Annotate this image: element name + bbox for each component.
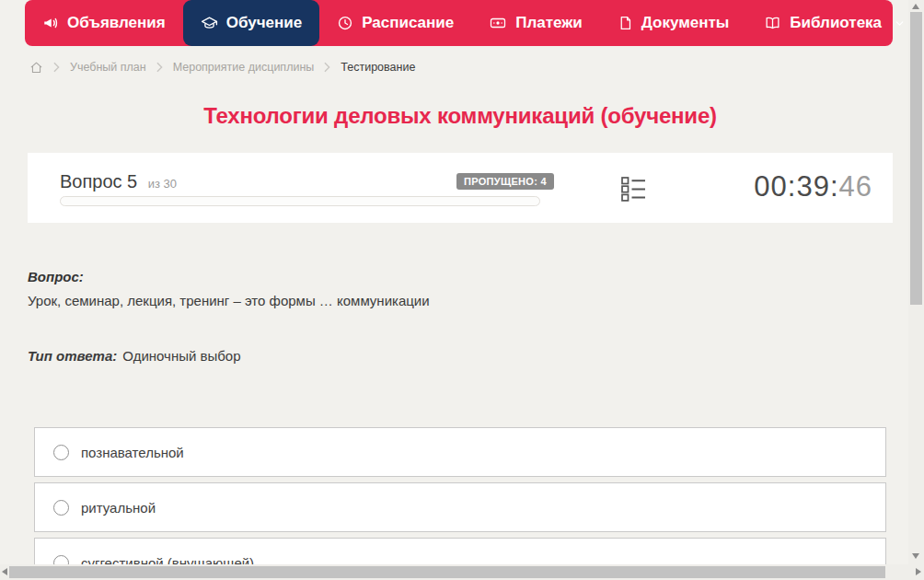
scroll-right-arrow-icon[interactable]	[916, 568, 921, 575]
chevron-right-icon	[323, 62, 331, 73]
banknote-icon	[489, 15, 507, 31]
chevron-right-icon	[52, 62, 61, 73]
nav-item-label: Документы	[641, 14, 730, 32]
top-navigation: Объявления Обучение Расписание Платежи Д…	[25, 0, 893, 46]
nav-item-documents[interactable]: Документы	[600, 0, 747, 46]
nav-item-label: Объявления	[67, 14, 166, 32]
answer-type-value: Одиночный выбор	[122, 348, 240, 364]
vertical-scrollbar-thumb[interactable]	[910, 12, 922, 305]
scroll-up-arrow-icon[interactable]	[912, 4, 919, 9]
question-list-icon[interactable]	[621, 176, 646, 206]
timer: 00:39:46	[754, 170, 872, 203]
nav-item-label: Расписание	[362, 14, 454, 32]
nav-item-library[interactable]: Библиотека	[746, 0, 923, 46]
scroll-down-arrow-icon[interactable]	[912, 553, 919, 559]
quiz-header-card: Вопрос 5 из 30 ПРОПУЩЕНО: 4 00:39:46	[28, 153, 893, 223]
nav-item-learning[interactable]: Обучение	[183, 0, 319, 46]
nav-item-announcements[interactable]: Объявления	[25, 0, 183, 46]
nav-item-schedule[interactable]: Расписание	[319, 0, 471, 46]
question-heading: Вопрос:	[28, 269, 84, 284]
breadcrumb-item-discipline-event[interactable]: Мероприятие дисциплины	[173, 61, 315, 74]
horizontal-scrollbar[interactable]	[0, 564, 924, 580]
chevron-down-icon	[894, 17, 906, 29]
answer-option-2[interactable]: ритуальной	[34, 482, 886, 532]
timer-seconds: 46	[839, 170, 872, 203]
answer-option-label: познавательной	[81, 445, 184, 460]
app-window: Объявления Обучение Расписание Платежи Д…	[0, 0, 924, 580]
breadcrumb: Учебный план Мероприятие дисциплины Тест…	[29, 57, 415, 77]
graduation-cap-icon	[201, 15, 218, 32]
horizontal-scrollbar-thumb[interactable]	[9, 566, 885, 578]
radio-button[interactable]	[53, 445, 69, 460]
timer-hhmm: 00:39:	[754, 170, 838, 203]
radio-button[interactable]	[53, 500, 69, 516]
nav-item-label: Библиотека	[790, 14, 882, 32]
answer-type-label: Тип ответа:	[28, 348, 117, 364]
home-icon[interactable]	[29, 61, 43, 75]
chevron-right-icon	[156, 62, 164, 73]
nav-item-label: Обучение	[226, 14, 302, 32]
question-text: Урок, семинар, лекция, тренинг – это фор…	[28, 293, 430, 308]
page-title: Технологии деловых коммуникаций (обучени…	[0, 103, 920, 129]
skipped-badge: ПРОПУЩЕНО: 4	[456, 173, 554, 190]
clock-icon	[337, 15, 353, 31]
scroll-left-arrow-icon[interactable]	[2, 568, 7, 575]
document-icon	[618, 15, 633, 31]
nav-item-payments[interactable]: Платежи	[471, 0, 600, 46]
progress-bar	[60, 196, 540, 206]
nav-item-label: Платежи	[515, 14, 583, 32]
answer-option-1[interactable]: познавательной	[34, 427, 886, 477]
question-counter: Вопрос 5 из 30	[60, 171, 177, 192]
open-book-icon	[764, 15, 781, 31]
answer-type-row: Тип ответа:Одиночный выбор	[28, 348, 241, 364]
breadcrumb-item-curriculum[interactable]: Учебный план	[70, 61, 146, 74]
vertical-scrollbar[interactable]	[908, 0, 924, 564]
answer-option-label: ритуальной	[81, 500, 156, 516]
question-number: Вопрос 5	[60, 171, 137, 191]
megaphone-icon	[42, 15, 59, 31]
breadcrumb-item-testing: Тестирование	[341, 61, 415, 74]
question-total: из 30	[148, 177, 177, 191]
